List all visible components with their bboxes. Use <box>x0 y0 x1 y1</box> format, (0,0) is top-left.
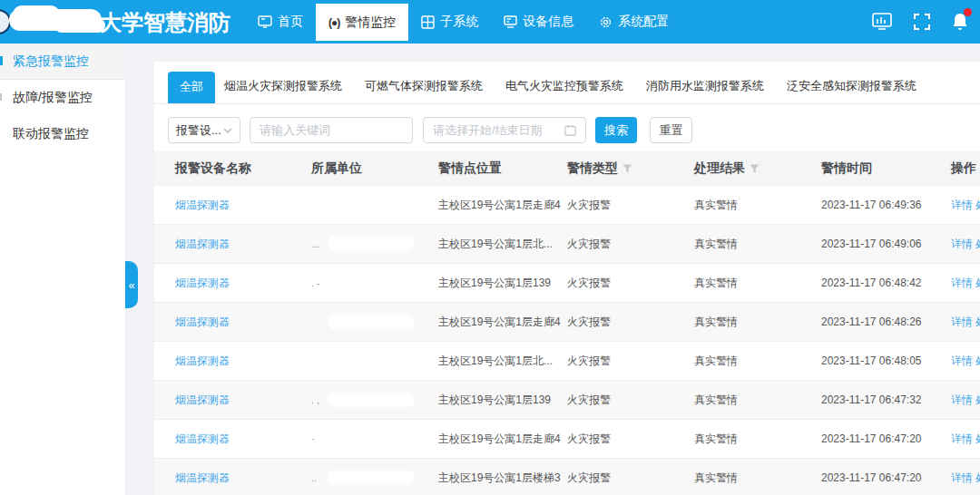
detail-link[interactable]: 详情 <box>951 393 973 408</box>
table-header: 报警设备名称所属单位警情点位置警情类型处理结果警情时间操作 <box>154 151 980 186</box>
nav-item-4[interactable]: 设备信息 <box>491 0 586 44</box>
detail-link[interactable]: 详情 <box>951 276 973 291</box>
table-row-5: 烟温探测器主校区19号公寓1层北...火灾报警真实警情2023-11-17 06… <box>154 342 980 381</box>
nav-item-1[interactable]: 首页 <box>245 0 316 44</box>
reset-button[interactable]: 重置 <box>650 117 692 143</box>
detail-link[interactable]: 详情 <box>951 237 973 252</box>
nav-item-5[interactable]: 系统配置 <box>586 0 681 44</box>
date-placeholder: 请选择开始/结束日期 <box>433 122 543 139</box>
column-header-3: 警情点位置 <box>438 160 567 177</box>
handle-link[interactable]: 处理 <box>975 198 980 213</box>
sidebar: 紧急报警监控故障/报警监控联动报警监控 <box>0 44 125 495</box>
unit-text: . , <box>311 394 319 405</box>
device-name-link[interactable]: 烟温探测器 <box>175 471 311 486</box>
alarm-type-cell: 火灾报警 <box>567 393 694 408</box>
column-header-7: 操作 <box>951 160 980 177</box>
nav-label: 警情监控 <box>345 15 396 31</box>
detail-link[interactable]: 详情 <box>951 432 973 447</box>
unit-text: · <box>311 433 315 444</box>
tab-2[interactable]: 烟温火灾探测报警系统 <box>224 78 342 103</box>
keyword-input[interactable]: 请输入关键词 <box>250 117 413 143</box>
alarm-monitor-icon: (●) <box>328 16 339 29</box>
search-button[interactable]: 搜索 <box>595 117 637 143</box>
fullscreen-icon[interactable] <box>913 13 931 31</box>
alarm-type-cell: 火灾报警 <box>567 471 694 486</box>
detail-link[interactable]: 详情 <box>951 315 973 330</box>
ops-cell: 详情处理 <box>951 432 980 447</box>
bell-icon[interactable] <box>951 12 969 32</box>
device-name-link[interactable]: 烟温探测器 <box>175 276 311 291</box>
device-name-link[interactable]: 烟温探测器 <box>175 315 311 330</box>
unit-cell: ... <box>311 225 438 263</box>
alarm-table: 报警设备名称所属单位警情点位置警情类型处理结果警情时间操作 烟温探测器主校区19… <box>154 151 980 495</box>
content-card: 全部烟温火灾探测报警系统可燃气体探测报警系统电气火灾监控预警系统消防用水监测报警… <box>154 62 980 495</box>
column-header-6: 警情时间 <box>821 160 951 177</box>
sidebar-item-2[interactable]: 故障/报警监控 <box>0 80 125 116</box>
keyword-placeholder: 请输入关键词 <box>260 122 330 139</box>
tab-1[interactable]: 全部 <box>168 72 215 103</box>
handle-link[interactable]: 处理 <box>975 393 980 408</box>
table-row-3: 烟温探测器. -主校区19号公寓1层139火灾报警真实警情2023-11-17 … <box>154 264 980 303</box>
detail-link[interactable]: 详情 <box>951 471 973 486</box>
unit-cell: .. <box>311 459 438 495</box>
calendar-icon <box>564 124 576 136</box>
handle-link[interactable]: 处理 <box>975 471 980 486</box>
handle-link[interactable]: 处理 <box>975 354 980 369</box>
sidebar-collapse-handle[interactable]: « <box>125 261 138 308</box>
column-header-4: 警情类型 <box>567 160 694 177</box>
result-cell: 真实警情 <box>694 315 821 330</box>
sidebar-item-label: 故障/报警监控 <box>13 90 93 106</box>
tab-4[interactable]: 电气火灾监控预警系统 <box>505 78 623 103</box>
unit-redaction <box>328 393 415 407</box>
filter-funnel-icon[interactable] <box>622 164 632 173</box>
logo-redaction <box>54 18 105 33</box>
device-name-link[interactable]: 烟温探测器 <box>175 432 311 447</box>
time-cell: 2023-11-17 06:47:20 <box>821 471 951 484</box>
filter-funnel-icon[interactable] <box>750 164 760 173</box>
device-name-link[interactable]: 烟温探测器 <box>175 237 311 252</box>
result-cell: 真实警情 <box>694 237 821 252</box>
sidebar-item-1[interactable]: 紧急报警监控 <box>0 44 125 80</box>
table-row-6: 烟温探测器. ,主校区19号公寓1层139火灾报警真实警情2023-11-17 … <box>154 381 980 420</box>
unit-cell <box>311 186 438 224</box>
tab-5[interactable]: 消防用水监测报警系统 <box>646 78 764 103</box>
device-name-link[interactable]: 烟温探测器 <box>175 354 311 369</box>
nav-item-3[interactable]: 子系统 <box>408 0 491 44</box>
result-cell: 真实警情 <box>694 276 821 291</box>
device-type-select[interactable]: 报警设... <box>168 117 240 143</box>
unit-text: .. <box>311 472 317 483</box>
nav-label: 首页 <box>278 14 303 30</box>
handle-link[interactable]: 处理 <box>975 432 980 447</box>
date-range-input[interactable]: 请选择开始/结束日期 <box>423 117 586 143</box>
detail-link[interactable]: 详情 <box>951 198 973 213</box>
column-label: 处理结果 <box>694 160 745 177</box>
location-cell: 主校区19号公寓1层楼梯3 <box>438 471 567 486</box>
location-cell: 主校区19号公寓1层走廊4 <box>438 198 567 213</box>
device-name-link[interactable]: 烟温探测器 <box>175 393 311 408</box>
tab-6[interactable]: 泛安全感知探测报警系统 <box>787 78 916 103</box>
detail-link[interactable]: 详情 <box>951 354 973 369</box>
alarm-type-cell: 火灾报警 <box>567 237 694 252</box>
tab-3[interactable]: 可燃气体探测报警系统 <box>365 78 483 103</box>
column-header-5: 处理结果 <box>694 160 821 177</box>
nav-label: 子系统 <box>440 14 478 30</box>
table-row-4: 烟温探测器主校区19号公寓1层走廊4火灾报警真实警情2023-11-17 06:… <box>154 303 980 342</box>
time-cell: 2023-11-17 06:47:20 <box>821 432 951 445</box>
chevron-down-icon <box>223 128 232 133</box>
ops-cell: 详情处理 <box>951 354 980 369</box>
ops-cell: 详情处理 <box>951 198 980 213</box>
alarm-type-cell: 火灾报警 <box>567 432 694 447</box>
home-icon <box>258 15 272 28</box>
handle-link[interactable]: 处理 <box>975 276 980 291</box>
logo-area: 大学智慧消防 <box>0 0 245 44</box>
sidebar-item-3[interactable]: 联动报警监控 <box>0 116 125 152</box>
dashboard-icon[interactable] <box>871 12 893 32</box>
handle-link[interactable]: 处理 <box>975 237 980 252</box>
nav-item-2[interactable]: (●)警情监控 <box>316 4 408 41</box>
filter-bar: 报警设... 请输入关键词 请选择开始/结束日期 搜索 重置 <box>168 117 980 143</box>
handle-link[interactable]: 处理 <box>975 315 980 330</box>
time-cell: 2023-11-17 06:48:26 <box>821 315 951 328</box>
system-tabs: 全部烟温火灾探测报警系统可燃气体探测报警系统电气火灾监控预警系统消防用水监测报警… <box>154 62 980 104</box>
unit-redaction <box>328 315 415 329</box>
device-name-link[interactable]: 烟温探测器 <box>175 198 311 213</box>
